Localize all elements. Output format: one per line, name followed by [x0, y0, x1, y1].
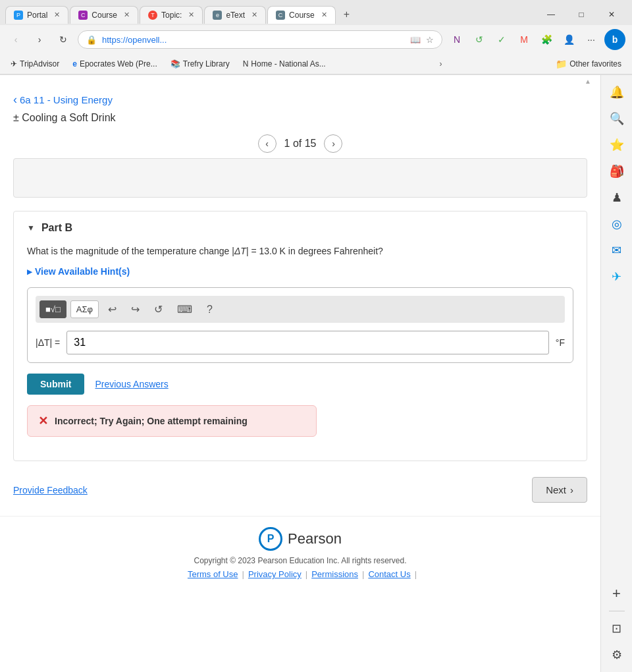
- tab-topic[interactable]: T Topic: ✕: [140, 6, 203, 24]
- footer-links: Terms of Use | Privacy Policy | Permissi…: [0, 569, 600, 579]
- keyboard-button[interactable]: ⌨: [172, 300, 198, 319]
- tab-course1[interactable]: C Course ✕: [70, 6, 138, 24]
- sidebar-settings[interactable]: ⚙: [605, 643, 629, 667]
- privacy-link[interactable]: Privacy Policy: [244, 569, 305, 579]
- pearson-name: Pearson: [288, 530, 342, 547]
- redo-button[interactable]: ↪: [126, 300, 145, 319]
- more-icon[interactable]: ···: [582, 30, 600, 49]
- trefry-label: Trefry Library: [183, 59, 230, 69]
- pearson-logo: P Pearson: [0, 527, 600, 551]
- tab-course2[interactable]: C Course ✕: [267, 6, 336, 24]
- pearson-p-icon: P: [267, 533, 275, 545]
- onenote-icon[interactable]: N: [448, 30, 466, 49]
- help-button[interactable]: ?: [201, 300, 218, 319]
- national-label: Home - National As...: [251, 59, 325, 69]
- page-header: 6a 11 - Using Energy Cooling a Soft Drin…: [0, 85, 600, 129]
- answer-label: |ΔT| =: [36, 337, 60, 348]
- check-icon[interactable]: ✓: [492, 30, 511, 49]
- epocrates-label: Epocrates Web (Pre...: [80, 59, 157, 69]
- sidebar-search[interactable]: 🔍: [605, 107, 629, 130]
- maximize-button[interactable]: □: [566, 4, 596, 25]
- sidebar-notification[interactable]: 🔔: [605, 80, 629, 104]
- sidebar-collections[interactable]: 🎒: [605, 159, 629, 183]
- bing-button[interactable]: b: [604, 29, 625, 50]
- profile-icon[interactable]: 👤: [560, 30, 578, 49]
- bookmark-epocrates[interactable]: e Epocrates Web (Pre...: [67, 57, 163, 70]
- error-text: Incorrect; Try Again; One attempt remain…: [55, 416, 248, 426]
- tab-topic-close[interactable]: ✕: [188, 11, 194, 19]
- back-button[interactable]: ‹: [7, 30, 25, 49]
- prev-answers-link[interactable]: Previous Answers: [95, 379, 168, 389]
- browser-chrome: P Portal ✕ C Course ✕ T Topic: ✕ e eText…: [0, 0, 632, 75]
- next-page-button[interactable]: ›: [324, 134, 342, 153]
- error-box: ✕ Incorrect; Try Again; One attempt rema…: [27, 405, 317, 437]
- url-bar[interactable]: 🔒 https://openvell... 📖 ☆: [78, 30, 442, 49]
- refresh-ext-icon[interactable]: ↺: [470, 30, 488, 49]
- submit-button[interactable]: Submit: [27, 374, 84, 395]
- tab-portal-close[interactable]: ✕: [54, 11, 60, 19]
- collapse-arrow-icon[interactable]: ▼: [27, 223, 35, 233]
- sidebar-share[interactable]: ✈: [605, 265, 629, 289]
- mascot-icon[interactable]: M: [515, 30, 533, 49]
- forward-button[interactable]: ›: [30, 30, 49, 49]
- sidebar-divider: [609, 611, 625, 611]
- close-button[interactable]: ✕: [596, 4, 627, 25]
- tripadvisor-icon: ✈: [11, 59, 17, 69]
- section-title: Cooling a Soft Drink: [13, 112, 587, 124]
- tab-etext-label: eText: [226, 11, 245, 20]
- next-label: Next: [546, 484, 566, 495]
- trefry-icon: 📚: [171, 59, 180, 69]
- sidebar-add[interactable]: +: [605, 582, 629, 605]
- prev-page-button[interactable]: ‹: [258, 134, 276, 153]
- bookmark-trefry[interactable]: 📚 Trefry Library: [165, 57, 235, 70]
- sidebar: 🔔 🔍 ⭐ 🎒 ♟ ◎ ✉ ✈ + ⊡ ⚙: [600, 75, 632, 672]
- breadcrumb[interactable]: 6a 11 - Using Energy: [13, 93, 587, 107]
- url-text: https://openvell...: [102, 35, 405, 45]
- sidebar-split-view[interactable]: ⊡: [605, 617, 629, 640]
- submit-area: Submit Previous Answers: [27, 374, 573, 395]
- sqrt-button[interactable]: ■√□: [40, 300, 66, 318]
- next-chevron-icon: ›: [570, 484, 573, 495]
- content-wrapper: ▲ 6a 11 - Using Energy Cooling a Soft Dr…: [0, 75, 600, 672]
- contact-link[interactable]: Contact Us: [364, 569, 414, 579]
- sidebar-history[interactable]: ♟: [605, 186, 629, 210]
- bookmark-national[interactable]: N Home - National As...: [238, 57, 331, 70]
- main-layout: ▲ 6a 11 - Using Energy Cooling a Soft Dr…: [0, 75, 632, 672]
- puzzle-icon[interactable]: 🧩: [537, 30, 556, 49]
- tab-etext[interactable]: e eText ✕: [204, 6, 266, 24]
- tab-course2-close[interactable]: ✕: [321, 11, 327, 19]
- undo-button[interactable]: ↩: [103, 300, 122, 319]
- part-header: ▼ Part B: [27, 222, 573, 234]
- sidebar-favorites[interactable]: ⭐: [605, 133, 629, 157]
- new-tab-button[interactable]: +: [337, 5, 356, 24]
- terms-link[interactable]: Terms of Use: [184, 569, 242, 579]
- bookmark-tripadvisor[interactable]: ✈ TripAdvisor: [5, 57, 65, 70]
- greek-button[interactable]: ΑΣφ: [70, 300, 99, 318]
- favorites-folder-label: Other favorites: [569, 59, 621, 69]
- next-button[interactable]: Next ›: [532, 477, 587, 503]
- favorites-folder[interactable]: 📁 Other favorites: [550, 57, 627, 71]
- tab-course1-label: Course: [92, 11, 117, 20]
- sidebar-edge[interactable]: ◎: [605, 212, 629, 236]
- tab-course2-label: Course: [289, 11, 315, 20]
- refresh-button[interactable]: ↻: [54, 30, 72, 49]
- top-grey-box: [13, 158, 587, 198]
- footer-divider-4: |: [415, 569, 417, 579]
- feedback-link[interactable]: Provide Feedback: [13, 485, 88, 495]
- copyright-text: Copyright © 2023 Pearson Education Inc. …: [0, 556, 600, 565]
- tab-course1-close[interactable]: ✕: [124, 11, 130, 19]
- minimize-button[interactable]: —: [536, 4, 566, 25]
- sidebar-outlook[interactable]: ✉: [605, 238, 629, 262]
- toolbar-icons: N ↺ ✓ M 🧩 👤 ··· b: [448, 29, 625, 50]
- pagination: ‹ 1 of 15 ›: [0, 129, 600, 158]
- tab-portal[interactable]: P Portal ✕: [5, 6, 68, 24]
- tab-topic-label: Topic:: [161, 11, 182, 20]
- tab-portal-label: Portal: [27, 11, 47, 20]
- permissions-link[interactable]: Permissions: [307, 569, 362, 579]
- bookmarks-more-button[interactable]: ›: [436, 57, 446, 70]
- hint-link[interactable]: View Available Hint(s): [27, 266, 573, 277]
- tab-etext-close[interactable]: ✕: [251, 11, 257, 19]
- answer-input[interactable]: [66, 331, 549, 354]
- address-bar: ‹ › ↻ 🔒 https://openvell... 📖 ☆ N ↺ ✓ M …: [0, 25, 632, 54]
- reset-button[interactable]: ↺: [149, 300, 168, 319]
